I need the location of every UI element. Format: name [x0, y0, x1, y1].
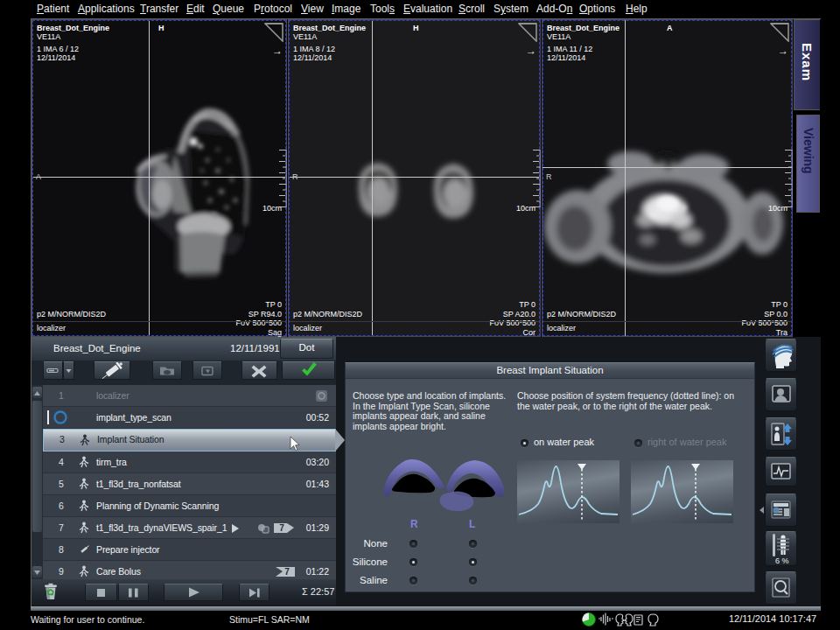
svg-text:7: 7 [284, 567, 290, 577]
svg-text:7: 7 [279, 523, 284, 533]
